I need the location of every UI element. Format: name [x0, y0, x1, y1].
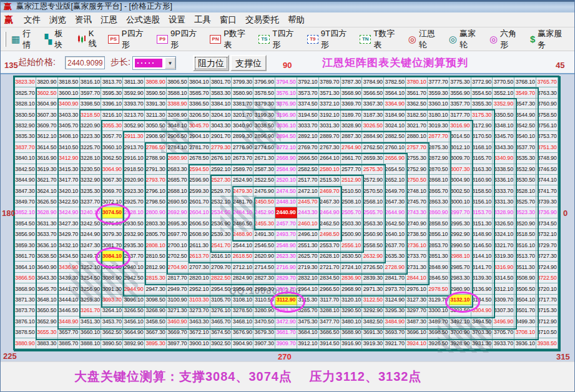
- toolbar-item-2[interactable]: ▚板块: [45, 28, 70, 51]
- grid-cell: 3033.70: [297, 120, 319, 131]
- grid-cell: 3199.30: [253, 109, 275, 120]
- menu-item[interactable]: 交易委托: [241, 12, 283, 27]
- menu-item[interactable]: 资讯: [71, 12, 96, 27]
- grid-cell: 3628.90: [36, 207, 58, 218]
- grid-cell: 3686.50: [319, 327, 341, 338]
- step-dropdown[interactable]: ▼: [132, 56, 176, 70]
- grid-cell: 2944.90: [123, 283, 145, 294]
- grid-cell: 3648.10: [36, 295, 58, 305]
- grid-cell: 3348.10: [493, 120, 514, 131]
- grid-cell: 3554.50: [471, 87, 493, 98]
- grid-cell: 3540.10: [514, 131, 536, 142]
- grid-cell: 2532.10: [210, 197, 232, 207]
- grid-cell: 3364.90: [384, 99, 406, 109]
- menu-item[interactable]: 江恩: [96, 12, 122, 27]
- toolbar-item-9[interactable]: TNT数字表: [360, 28, 401, 51]
- menu-item[interactable]: 公式选股: [122, 12, 164, 27]
- grid-cell: 3273.70: [189, 305, 210, 316]
- toolbar-item-11[interactable]: ◎赢家轮: [449, 28, 483, 51]
- grid-cell: 2702.50: [167, 251, 189, 262]
- grid-cell: 3655.30: [36, 327, 58, 338]
- grid-cell: 2714.50: [253, 262, 275, 272]
- grid-cell: 3256.90: [80, 283, 102, 294]
- toolbar-item-3[interactable]: K线: [77, 29, 101, 49]
- grid-cell: 2656.90: [384, 153, 406, 164]
- grid-cell: 3772.90: [471, 77, 493, 87]
- grid-cell: 2695.30: [167, 218, 189, 229]
- menu-item[interactable]: 帮助: [283, 12, 309, 27]
- grid-cell: 3420.10: [58, 185, 80, 196]
- grid-cell: 3093.70: [101, 295, 123, 305]
- grid-cell: 3818.50: [58, 77, 80, 87]
- grid-cell: 2865.70: [428, 185, 450, 196]
- start-price-input[interactable]: [65, 56, 105, 69]
- toolbar-item-8[interactable]: T99T四方形: [307, 28, 353, 51]
- grid-cell: 2596.90: [189, 175, 210, 185]
- grid-cell: 3508.90: [514, 273, 536, 283]
- grid-cell: 2685.70: [167, 175, 189, 185]
- toolbar-item-1[interactable]: ▦行情: [11, 28, 38, 51]
- toolbar-item-5[interactable]: P99P四方形: [157, 28, 203, 51]
- grid-cell: 2985.70: [450, 262, 471, 272]
- grid-cell: 3153.70: [471, 207, 493, 218]
- menu-item[interactable]: 工具: [190, 12, 215, 27]
- grid-cell: 3009.70: [450, 153, 471, 164]
- toolbar-item-4[interactable]: PSP四方形: [108, 28, 150, 51]
- grid-cell: 3244.90: [80, 229, 102, 240]
- grid-cell: 3748.90: [536, 153, 558, 164]
- grid-cell: 3194.50: [297, 109, 319, 120]
- grid-cell: 2733.70: [406, 251, 428, 262]
- grid-cell: 2793.70: [145, 175, 167, 185]
- winner-service-icon: $: [530, 34, 535, 44]
- grid-cell: 3590.50: [145, 87, 167, 98]
- grid-cell: 3288.10: [319, 305, 341, 316]
- grid-cell: 3319.30: [493, 251, 514, 262]
- menu-item[interactable]: 窗口: [215, 12, 241, 27]
- grid-cell: 3465.70: [210, 316, 232, 327]
- grid-cell: 3808.90: [145, 77, 167, 87]
- menu-item[interactable]: 设置: [164, 12, 190, 27]
- toolbar-item-10[interactable]: ◎江恩轮: [408, 28, 442, 51]
- menu-item[interactable]: 浏览: [45, 12, 71, 27]
- grid-cell: 2918.50: [123, 164, 145, 175]
- toolbar-item-6[interactable]: PNP数字表: [210, 28, 252, 51]
- grid-cell: 2568.10: [362, 197, 384, 207]
- toolbar-item-7[interactable]: TST四方形: [258, 28, 300, 51]
- grid-cell: 3568.90: [341, 87, 363, 98]
- grid-cell: 3304.90: [471, 305, 493, 316]
- grid-cell: 3830.50: [14, 109, 36, 120]
- grid-cell: 2635.30: [384, 251, 406, 262]
- winner-wheel-icon: ◎: [449, 34, 457, 44]
- page-title: 江恩矩阵图表关键位测算预判: [322, 56, 468, 70]
- blocks-icon: ▚: [45, 34, 52, 44]
- grid-cell: 2858.50: [428, 218, 450, 229]
- grid-cell: 3511.30: [514, 262, 536, 272]
- grid-cell: 2877.70: [428, 131, 450, 142]
- grid-cell: 2973.70: [384, 283, 406, 294]
- grid-cell: 3595.30: [101, 87, 123, 98]
- toolbar-item-13[interactable]: $赢家服务: [530, 28, 569, 51]
- grid-cell: 3784.90: [362, 77, 384, 87]
- grid-cell: 3660.10: [80, 327, 102, 338]
- menu-item[interactable]: 文件: [19, 12, 45, 27]
- grid-cell: 2604.10: [189, 207, 210, 218]
- grid-cell: 3019.30: [428, 120, 450, 131]
- support-button[interactable]: 支撑位: [230, 55, 267, 71]
- grid-cell: 3086.50: [101, 262, 123, 272]
- grid-cell: 3007.30: [450, 164, 471, 175]
- toolbar-item-12[interactable]: ◎六角形: [489, 28, 523, 51]
- grid-cell: 3297.70: [406, 305, 428, 316]
- grid-cell: 2498.50: [319, 229, 341, 240]
- grid-cell: 3482.50: [362, 316, 384, 327]
- chevron-down-icon[interactable]: ▼: [165, 57, 175, 69]
- grid-cell: 3612.10: [36, 131, 58, 142]
- grid-cell: 3516.10: [514, 240, 536, 251]
- toolbar-drag-handle[interactable]: [4, 32, 6, 47]
- grid-cell: 2860.90: [428, 207, 450, 218]
- p9-box-icon: P9: [157, 35, 168, 44]
- grid-cell: 3144.10: [471, 251, 493, 262]
- resistance-button[interactable]: 阻力位: [193, 55, 229, 71]
- grid-cell: 2940.10: [123, 262, 145, 272]
- grid-cell: 3105.70: [210, 295, 232, 305]
- grid-cell: 2822.50: [210, 273, 232, 283]
